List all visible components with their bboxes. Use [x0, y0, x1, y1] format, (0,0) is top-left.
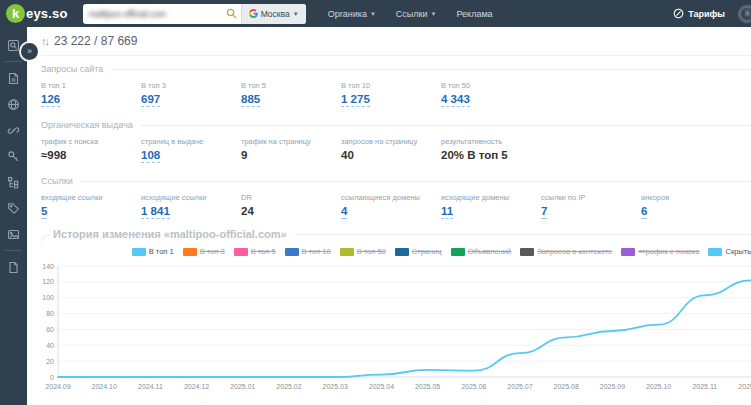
pages-report-icon[interactable]	[0, 65, 27, 91]
metric-value[interactable]: 11	[441, 205, 541, 217]
metric-value-text: 885	[241, 93, 260, 107]
svg-text:140: 140	[42, 263, 54, 270]
metric-value[interactable]: 126	[41, 93, 141, 105]
svg-text:2025.03: 2025.03	[323, 383, 348, 390]
metric: результативность20% В топ 5	[441, 137, 541, 161]
documents-icon[interactable]	[0, 254, 27, 280]
metric: В топ 5885	[241, 81, 341, 105]
sort-arrows-icon: ↑↓	[41, 35, 48, 47]
svg-text:2025.08: 2025.08	[554, 383, 579, 390]
site-structure-icon[interactable]	[0, 169, 27, 195]
topbar: k eys.so maltipoo-official.com Москва ▼ …	[0, 0, 751, 27]
keywords-icon[interactable]	[0, 143, 27, 169]
metric-value-text: 1 275	[341, 93, 370, 107]
metric-label: В топ 3	[141, 81, 241, 90]
history-chart-section: История изменения «maltipoo-official.com…	[41, 226, 751, 395]
search-icon[interactable]	[223, 8, 241, 19]
main-content: ↑↓ 23 222 / 87 669 Запросы сайтаВ топ 11…	[27, 27, 751, 405]
sidebar	[0, 27, 27, 405]
legend-label: В топ 5	[251, 247, 276, 256]
metric-value[interactable]: 7	[541, 205, 641, 217]
search-input[interactable]: maltipoo-official.com	[83, 9, 223, 19]
metric-value[interactable]: 697	[141, 93, 241, 105]
nav-organika[interactable]: Органика ▼	[320, 9, 384, 19]
legend-item[interactable]: В топ 50	[340, 247, 386, 256]
topbar-right: Тарифы	[673, 6, 751, 22]
metric-value[interactable]: 885	[241, 93, 341, 105]
svg-text:2025.02: 2025.02	[276, 383, 301, 390]
metric-value[interactable]: 108	[141, 149, 241, 161]
metric-label: запросов на страницу	[341, 137, 441, 146]
nav-reklama[interactable]: Реклама	[449, 9, 501, 19]
metric: В топ 1126	[41, 81, 141, 105]
legend-label: В топ 10	[302, 247, 331, 256]
metrics-row: В топ 1126В топ 3697В топ 5885В топ 101 …	[41, 81, 751, 112]
section-header: Ссылки	[41, 175, 751, 187]
metric: ссылки по IP7	[541, 193, 641, 217]
svg-text:0: 0	[50, 374, 54, 381]
legend-label: В топ 50	[357, 247, 386, 256]
metric-value: 24	[241, 205, 341, 217]
banners-icon[interactable]	[0, 221, 27, 247]
metric-value-text: 1 841	[141, 205, 170, 219]
metric-value-text: 108	[141, 149, 160, 163]
tags-icon[interactable]	[0, 195, 27, 221]
metric-value[interactable]: 1 275	[341, 93, 441, 105]
chart-header-line	[295, 234, 751, 235]
profile-icon[interactable]	[739, 6, 751, 22]
legend-item[interactable]: В топ 10	[285, 247, 331, 256]
metric-value-text: 6	[641, 205, 647, 219]
tariffs-button[interactable]: Тарифы	[673, 8, 725, 19]
metric-value[interactable]: 4 343	[441, 93, 541, 105]
region-select[interactable]: Москва ▼	[241, 4, 306, 24]
history-chart: 0204060801001201402024.092024.102024.112…	[41, 261, 751, 395]
section-divider-line	[81, 181, 751, 182]
metrics-row: трафик с поиска≈998страниц в выдаче108тр…	[41, 137, 751, 168]
legend-swatch	[340, 248, 354, 256]
sidebar-expand-button[interactable]: »	[21, 43, 38, 60]
legend-label: ≈трафик с поиска	[638, 247, 699, 256]
legend-label: В топ 3	[200, 247, 225, 256]
legend-item[interactable]: Запросов в контексте	[520, 247, 612, 256]
svg-text:2024.12: 2024.12	[184, 383, 209, 390]
legend-label: В топ 1	[149, 247, 174, 256]
legend-item[interactable]: Объявлений	[451, 247, 512, 256]
metric-value[interactable]: 1 841	[141, 205, 241, 217]
globe-regions-icon[interactable]	[0, 91, 27, 117]
sidebar-divider	[5, 250, 22, 251]
metric-value[interactable]: 4	[341, 205, 441, 217]
metric-value-text: 4	[341, 205, 347, 219]
metric-sections: Запросы сайтаВ топ 1126В топ 3697В топ 5…	[41, 56, 751, 224]
metric-value[interactable]: 6	[641, 205, 741, 217]
legend-item[interactable]: В топ 1	[132, 247, 174, 256]
metric-value-text: 697	[141, 93, 160, 107]
section-header: Запросы сайта	[41, 63, 751, 75]
section-title: Запросы сайта	[41, 64, 103, 74]
metric-label: ссылающиеся домены	[341, 193, 441, 202]
metric-value-text: 24	[241, 205, 254, 217]
chevron-down-icon: ▼	[431, 11, 437, 17]
nav-ssylki[interactable]: Ссылки ▼	[388, 9, 445, 19]
legend-swatch	[132, 248, 146, 256]
metric-label: В топ 5	[241, 81, 341, 90]
metric-label: страниц в выдаче	[141, 137, 241, 146]
metric-value[interactable]: 5	[41, 205, 141, 217]
legend-swatch	[708, 248, 722, 256]
legend-item[interactable]: Страниц	[395, 247, 442, 256]
section-title: Органическая выдача	[41, 120, 133, 130]
backlinks-icon[interactable]	[0, 117, 27, 143]
section-2: Ссылкивходящие ссылки5исходящие ссылки1 …	[41, 168, 751, 224]
section-0: Запросы сайтаВ топ 1126В топ 3697В топ 5…	[41, 56, 751, 112]
legend-item[interactable]: ≈трафик с поиска	[621, 247, 699, 256]
legend-item[interactable]: В топ 5	[234, 247, 276, 256]
legend-label: Скрыть всё	[725, 247, 751, 256]
section-header: Органическая выдача	[41, 119, 751, 131]
legend-item[interactable]: В топ 3	[183, 247, 225, 256]
legend-item[interactable]: Скрыть всё	[708, 247, 751, 256]
svg-text:2024.11: 2024.11	[138, 383, 163, 390]
section-divider-line	[141, 125, 751, 126]
metric: запросов на страницу40	[341, 137, 441, 161]
keysso-logo[interactable]: k eys.so	[6, 4, 68, 23]
section-divider-line	[111, 69, 751, 70]
metric: входящие ссылки5	[41, 193, 141, 217]
